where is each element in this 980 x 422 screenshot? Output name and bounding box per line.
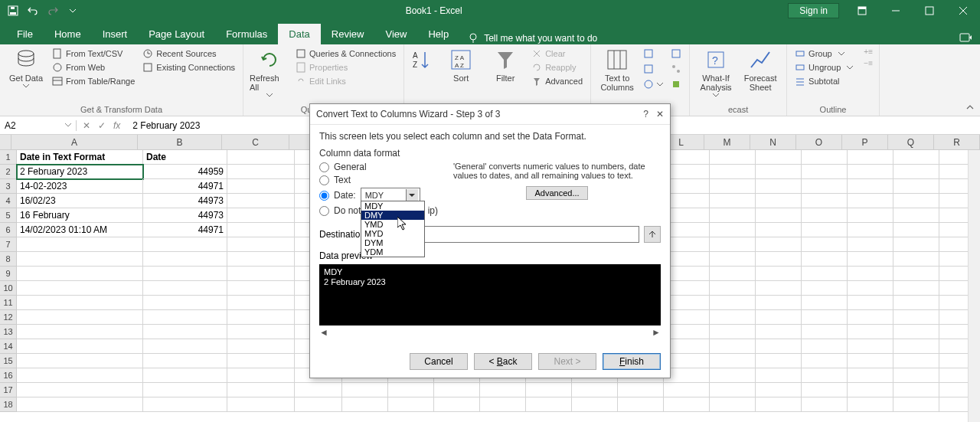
cell[interactable] [572, 397, 618, 412]
cell[interactable] [756, 252, 802, 267]
scroll-left-icon[interactable]: ◄ [319, 327, 328, 338]
advanced-button[interactable]: Advanced [530, 75, 584, 87]
cell[interactable] [710, 325, 756, 339]
cell[interactable] [848, 281, 893, 296]
cell[interactable] [17, 339, 143, 354]
cell[interactable] [893, 296, 939, 310]
col-header[interactable]: P [842, 135, 888, 150]
cell[interactable] [848, 383, 893, 397]
cell[interactable] [848, 165, 893, 179]
radio-general[interactable]: General [319, 162, 438, 172]
cell[interactable] [893, 383, 939, 397]
range-select-button[interactable] [644, 226, 661, 243]
cell[interactable] [710, 368, 756, 383]
cell[interactable] [143, 296, 227, 310]
dropdown-option[interactable]: DYM [361, 238, 424, 247]
cell[interactable] [802, 165, 848, 179]
row-header[interactable]: 13 [0, 325, 17, 339]
cell[interactable] [664, 165, 710, 179]
cell[interactable] [618, 397, 664, 412]
cell[interactable] [893, 325, 939, 339]
close-icon[interactable]: ✕ [656, 109, 664, 119]
data-model-button[interactable] [669, 78, 683, 90]
dropdown-option[interactable]: YDM [361, 247, 424, 257]
cell[interactable] [295, 397, 342, 412]
tab-home[interactable]: Home [44, 24, 92, 44]
cell[interactable] [710, 194, 756, 208]
cell[interactable] [710, 150, 756, 165]
cell[interactable] [17, 397, 143, 412]
cell[interactable] [227, 325, 295, 339]
row-header[interactable]: 12 [0, 310, 17, 325]
cell[interactable]: 44959 [143, 165, 227, 179]
cell[interactable] [802, 194, 848, 208]
tab-data[interactable]: Data [278, 24, 320, 44]
reapply-button[interactable]: Reapply [530, 61, 584, 74]
cell[interactable] [227, 252, 295, 267]
help-icon[interactable]: ? [643, 109, 648, 119]
cell[interactable] [664, 281, 710, 296]
cell[interactable]: 44971 [143, 223, 227, 237]
consolidate-button[interactable] [669, 47, 683, 60]
maximize-button[interactable] [913, 0, 946, 21]
cell[interactable] [893, 208, 939, 223]
cell[interactable] [664, 223, 710, 237]
share-icon[interactable] [959, 31, 972, 44]
select-all-corner[interactable] [0, 135, 11, 150]
cell[interactable] [893, 179, 939, 194]
cell[interactable] [143, 267, 227, 281]
tab-insert[interactable]: Insert [92, 24, 139, 44]
cell[interactable] [802, 296, 848, 310]
text-to-columns-button[interactable]: Text to Columns [597, 47, 637, 92]
queries-connections-button[interactable]: Queries & Connections [294, 47, 397, 60]
from-table-range-button[interactable]: From Table/Range [51, 75, 136, 87]
cell[interactable] [848, 267, 893, 281]
cell[interactable] [143, 237, 227, 252]
cell[interactable] [227, 310, 295, 325]
cell[interactable] [848, 237, 893, 252]
cell[interactable] [756, 354, 802, 368]
cell[interactable] [17, 267, 143, 281]
cell[interactable] [710, 237, 756, 252]
cell[interactable] [756, 267, 802, 281]
cell[interactable] [802, 368, 848, 383]
tellme-search[interactable]: Tell me what you want to do [459, 32, 605, 44]
cell[interactable] [893, 252, 939, 267]
relationships-button[interactable] [669, 63, 683, 75]
cell[interactable] [893, 223, 939, 237]
cell[interactable] [664, 150, 710, 165]
cell[interactable] [710, 383, 756, 397]
dropdown-option[interactable]: DMY [361, 211, 424, 220]
cell[interactable]: Date [143, 150, 227, 165]
cell[interactable] [664, 325, 710, 339]
cell[interactable] [802, 179, 848, 194]
properties-button[interactable]: Properties [294, 61, 397, 74]
cell[interactable] [480, 383, 526, 397]
cell[interactable] [756, 325, 802, 339]
from-web-button[interactable]: From Web [51, 61, 136, 74]
cell[interactable] [756, 194, 802, 208]
cell[interactable] [848, 310, 893, 325]
remove-dup-button[interactable] [642, 63, 665, 75]
cell[interactable] [227, 150, 295, 165]
qat-customize-icon[interactable] [66, 4, 80, 18]
cell[interactable] [802, 252, 848, 267]
cell[interactable] [802, 354, 848, 368]
cell[interactable] [756, 150, 802, 165]
tab-view[interactable]: View [374, 24, 417, 44]
forecast-sheet-button[interactable]: Forecast Sheet [740, 47, 780, 92]
col-header[interactable]: R [934, 135, 980, 150]
whatif-button[interactable]: ?What-If Analysis [696, 47, 736, 97]
cell[interactable] [143, 354, 227, 368]
cell[interactable] [893, 150, 939, 165]
cell[interactable] [664, 267, 710, 281]
ungroup-button[interactable]: Ungroup [793, 61, 854, 74]
cell[interactable] [342, 383, 388, 397]
cell[interactable] [227, 368, 295, 383]
cell[interactable] [848, 208, 893, 223]
cell[interactable] [17, 354, 143, 368]
cell[interactable] [710, 397, 756, 412]
cell[interactable] [664, 252, 710, 267]
cell[interactable] [17, 252, 143, 267]
cell[interactable]: 14/02/2023 01:10 AM [17, 223, 143, 237]
